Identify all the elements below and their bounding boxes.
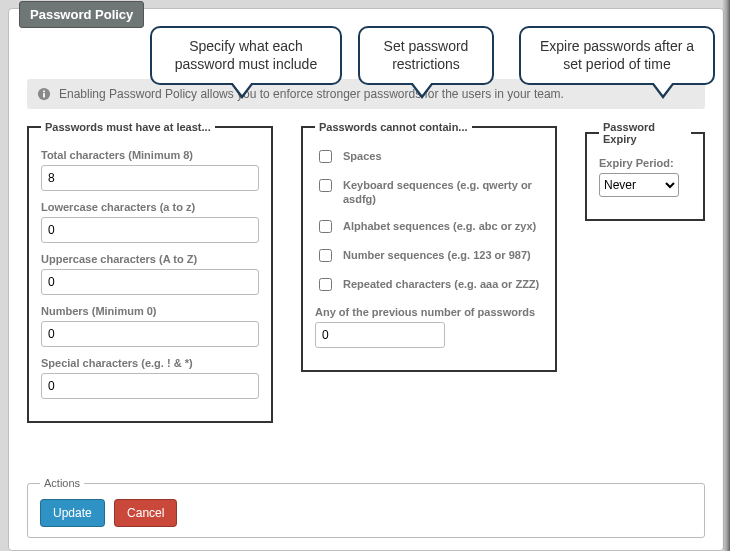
passwords-must-have-legend: Passwords must have at least...: [41, 121, 215, 133]
numbers-label: Numbers (Minimum 0): [41, 305, 259, 317]
passwords-cannot-contain-box: Passwords cannot contain... Spaces Keybo…: [301, 121, 557, 372]
callout-text: Expire passwords after a set period of t…: [540, 38, 694, 72]
expiry-period-select[interactable]: Never: [599, 173, 679, 197]
previous-passwords-label: Any of the previous number of passwords: [315, 306, 543, 318]
svg-rect-2: [43, 91, 45, 93]
password-expiry-box: Password Expiry Expiry Period: Never: [585, 121, 705, 221]
alphabet-seq-label: Alphabet sequences (e.g. abc or zyx): [343, 219, 536, 233]
cancel-button[interactable]: Cancel: [114, 499, 177, 527]
previous-passwords-input[interactable]: [315, 322, 445, 348]
svg-rect-1: [43, 93, 45, 97]
lowercase-label: Lowercase characters (a to z): [41, 201, 259, 213]
callout-expiry: Expire passwords after a set period of t…: [519, 26, 715, 85]
total-characters-input[interactable]: [41, 165, 259, 191]
number-seq-label: Number sequences (e.g. 123 or 987): [343, 248, 531, 262]
callout-text: Set password restrictions: [384, 38, 469, 72]
repeated-checkbox[interactable]: [319, 278, 332, 291]
password-expiry-legend: Password Expiry: [599, 121, 691, 145]
actions-legend: Actions: [40, 477, 84, 489]
special-input[interactable]: [41, 373, 259, 399]
lowercase-input[interactable]: [41, 217, 259, 243]
alphabet-seq-checkbox[interactable]: [319, 220, 332, 233]
actions-box: Actions Update Cancel: [27, 477, 705, 538]
special-label: Special characters (e.g. ! & *): [41, 357, 259, 369]
panel-title: Password Policy: [19, 1, 144, 28]
info-text: Enabling Password Policy allows you to e…: [59, 87, 564, 101]
numbers-input[interactable]: [41, 321, 259, 347]
keyboard-seq-checkbox[interactable]: [319, 179, 332, 192]
passwords-must-have-box: Passwords must have at least... Total ch…: [27, 121, 273, 423]
callout-text: Specify what each password must include: [175, 38, 317, 72]
uppercase-input[interactable]: [41, 269, 259, 295]
passwords-cannot-contain-legend: Passwords cannot contain...: [315, 121, 472, 133]
password-policy-panel: Password Policy Enabling Password Policy…: [8, 8, 724, 551]
repeated-label: Repeated characters (e.g. aaa or ZZZ): [343, 277, 539, 291]
keyboard-seq-label: Keyboard sequences (e.g. qwerty or asdfg…: [343, 178, 543, 207]
number-seq-checkbox[interactable]: [319, 249, 332, 262]
callout-must-include: Specify what each password must include: [150, 26, 342, 85]
spaces-label: Spaces: [343, 149, 382, 163]
total-characters-label: Total characters (Minimum 8): [41, 149, 259, 161]
update-button[interactable]: Update: [40, 499, 105, 527]
info-icon: [37, 87, 51, 101]
expiry-period-label: Expiry Period:: [599, 157, 691, 169]
uppercase-label: Uppercase characters (A to Z): [41, 253, 259, 265]
callout-restrictions: Set password restrictions: [358, 26, 494, 85]
spaces-checkbox[interactable]: [319, 150, 332, 163]
